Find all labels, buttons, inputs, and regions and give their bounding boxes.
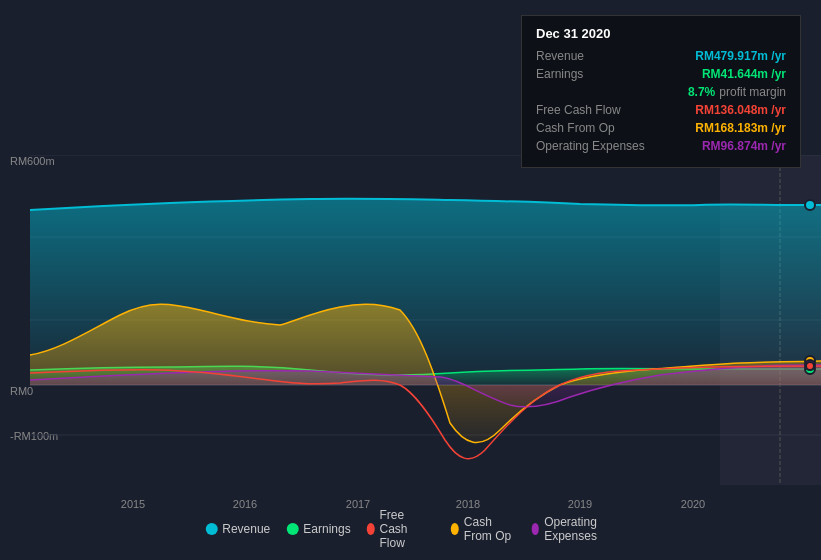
legend-item-fcf[interactable]: Free Cash Flow	[367, 508, 435, 550]
fcf-legend-dot	[367, 523, 375, 535]
x-label-2020: 2020	[681, 498, 705, 510]
earnings-legend-dot	[286, 523, 298, 535]
earnings-row: Earnings RM41.644m /yr	[536, 67, 786, 81]
cash-from-op-legend-label: Cash From Op	[464, 515, 515, 543]
cash-from-op-row: Cash From Op RM168.183m /yr	[536, 121, 786, 135]
fcf-label: Free Cash Flow	[536, 103, 656, 117]
cash-from-op-legend-dot	[451, 523, 459, 535]
legend: Revenue Earnings Free Cash Flow Cash Fro…	[205, 508, 616, 550]
legend-item-cash-from-op[interactable]: Cash From Op	[451, 515, 515, 543]
earnings-value: RM41.644m /yr	[702, 67, 786, 81]
opex-legend-label: Operating Expenses	[544, 515, 616, 543]
x-label-2015: 2015	[121, 498, 145, 510]
tooltip-box: Dec 31 2020 Revenue RM479.917m /yr Earni…	[521, 15, 801, 168]
legend-item-revenue[interactable]: Revenue	[205, 522, 270, 536]
profit-margin-value: 8.7%	[688, 85, 715, 99]
chart-svg	[0, 155, 821, 485]
revenue-legend-dot	[205, 523, 217, 535]
tooltip-title: Dec 31 2020	[536, 26, 786, 41]
revenue-legend-label: Revenue	[222, 522, 270, 536]
opex-row: Operating Expenses RM96.874m /yr	[536, 139, 786, 153]
fcf-end-dot	[806, 362, 814, 370]
chart-area: Dec 31 2020 Revenue RM479.917m /yr Earni…	[0, 0, 821, 560]
profit-margin-row: 8.7% profit margin	[536, 85, 786, 99]
cash-from-op-value: RM168.183m /yr	[695, 121, 786, 135]
earnings-legend-label: Earnings	[303, 522, 350, 536]
revenue-end-dot	[805, 200, 815, 210]
legend-item-opex[interactable]: Operating Expenses	[531, 515, 615, 543]
legend-item-earnings[interactable]: Earnings	[286, 522, 350, 536]
profit-margin-suffix: profit margin	[719, 85, 786, 99]
opex-value: RM96.874m /yr	[702, 139, 786, 153]
opex-label: Operating Expenses	[536, 139, 656, 153]
earnings-label: Earnings	[536, 67, 656, 81]
revenue-row: Revenue RM479.917m /yr	[536, 49, 786, 63]
fcf-legend-label: Free Cash Flow	[380, 508, 435, 550]
cash-from-op-label: Cash From Op	[536, 121, 656, 135]
opex-legend-dot	[531, 523, 539, 535]
fcf-row: Free Cash Flow RM136.048m /yr	[536, 103, 786, 117]
revenue-value: RM479.917m /yr	[695, 49, 786, 63]
revenue-label: Revenue	[536, 49, 656, 63]
fcf-value: RM136.048m /yr	[695, 103, 786, 117]
